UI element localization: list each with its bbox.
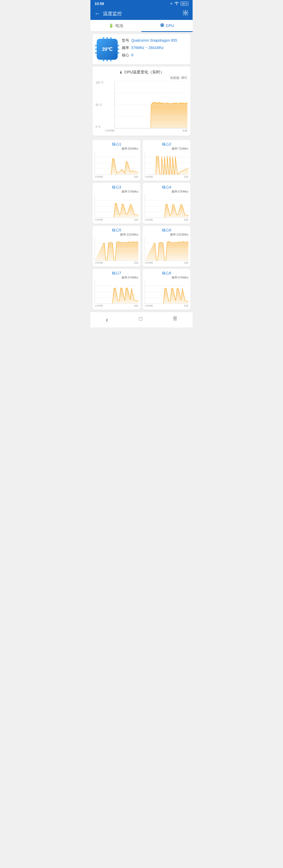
core-8-card: 核心8 频率:576Mhz 1分钟前 当前 xyxy=(143,269,190,310)
battery-indicator: 96% xyxy=(181,2,188,6)
core-1-chart xyxy=(95,151,138,175)
chart-wrapper: 100 °C 50 °C 0 °C xyxy=(105,81,187,128)
grid-line-25 xyxy=(115,116,187,117)
svg-point-1 xyxy=(185,12,187,14)
status-time: 10:59 xyxy=(95,2,104,6)
core-1-card: 核心1 频率:825Mhz 1分钟前 当前 xyxy=(93,140,140,181)
cross-icon: ✕ xyxy=(170,2,173,5)
chart-title: 🌡 CPU温度变化（实时） xyxy=(96,70,187,75)
core-6-chart xyxy=(145,237,188,261)
tab-cpu[interactable]: CPU xyxy=(142,20,193,32)
battery-tab-icon: 🔋 xyxy=(109,23,114,28)
settings-button[interactable] xyxy=(183,10,188,17)
wifi-icon xyxy=(174,2,179,6)
x-axis-labels: 1分钟前 当前 xyxy=(105,129,187,132)
tab-battery[interactable]: 🔋 电池 xyxy=(90,20,142,31)
nav-home-button[interactable]: □ xyxy=(134,315,147,325)
core-7-chart xyxy=(95,280,138,304)
core-8-chart xyxy=(145,280,188,304)
core-6-card: 核心6 频率:2323Mhz 1分钟前 当前 xyxy=(143,226,190,267)
nav-menu-button[interactable]: ☰ xyxy=(168,315,182,325)
svg-rect-3 xyxy=(161,24,163,26)
cpu-temperature-icon: 39℃ xyxy=(97,39,118,60)
cpu-tab-icon xyxy=(160,23,164,28)
top-bar: ← 温度监控 xyxy=(90,7,193,20)
core-4-chart xyxy=(145,194,188,218)
cpu-details: 型号 Qualcomm Snapdragon 855 频率 576Mhz ~ 2… xyxy=(122,38,186,60)
grid-line-50 xyxy=(115,105,187,105)
core-2-chart xyxy=(145,151,188,175)
top-bar-left: ← 温度监控 xyxy=(95,10,122,17)
status-icons: ✕ 96% xyxy=(170,2,188,6)
core-4-card: 核心4 频率:576Mhz 1分钟前 当前 xyxy=(143,183,190,224)
back-button[interactable]: ← xyxy=(95,10,100,17)
grid-line-75 xyxy=(115,93,187,93)
core-7-card: 核心7 频率:576Mhz 1分钟前 当前 xyxy=(93,269,140,310)
cpu-freq-row: 频率 576Mhz ~ 2841Mhz xyxy=(122,45,186,50)
core-5-card: 核心5 频率:2323Mhz 1分钟前 当前 xyxy=(93,226,140,267)
core-3-chart xyxy=(95,194,138,218)
cpu-core-row: 核心 8 xyxy=(122,53,186,58)
grid-line-100 xyxy=(115,81,187,82)
main-temp-chart xyxy=(115,81,187,128)
nav-bar: ‹ □ ☰ xyxy=(90,312,193,328)
core-3-card: 核心3 频率:576Mhz 1分钟前 当前 xyxy=(93,183,140,224)
core-5-chart xyxy=(95,237,138,261)
svg-point-0 xyxy=(176,4,177,5)
thermometer-icon: 🌡 xyxy=(119,70,123,74)
cpu-model-row: 型号 Qualcomm Snapdragon 855 xyxy=(122,38,186,43)
chart-current-value: 当前值: 39℃ xyxy=(96,76,187,80)
tabs-bar: 🔋 电池 CPU xyxy=(90,20,193,32)
status-bar: 10:59 ✕ 96% xyxy=(90,0,193,7)
page-title: 温度监控 xyxy=(103,10,122,17)
cpu-info-card: 39℃ 型号 Qualcomm Snapdragon 855 频率 576Mhz… xyxy=(93,34,190,64)
nav-back-button[interactable]: ‹ xyxy=(101,315,114,325)
y-axis-labels: 100 °C 50 °C 0 °C xyxy=(96,81,104,128)
cores-grid: 核心1 频率:825Mhz 1分钟前 当前 核心2 频率:710Mhz xyxy=(90,138,193,312)
core-2-card: 核心2 频率:710Mhz 1分钟前 当前 xyxy=(143,140,190,181)
temp-chart-section: 🌡 CPU温度变化（实时） 当前值: 39℃ 100 °C 50 °C 0 °C xyxy=(93,66,190,136)
